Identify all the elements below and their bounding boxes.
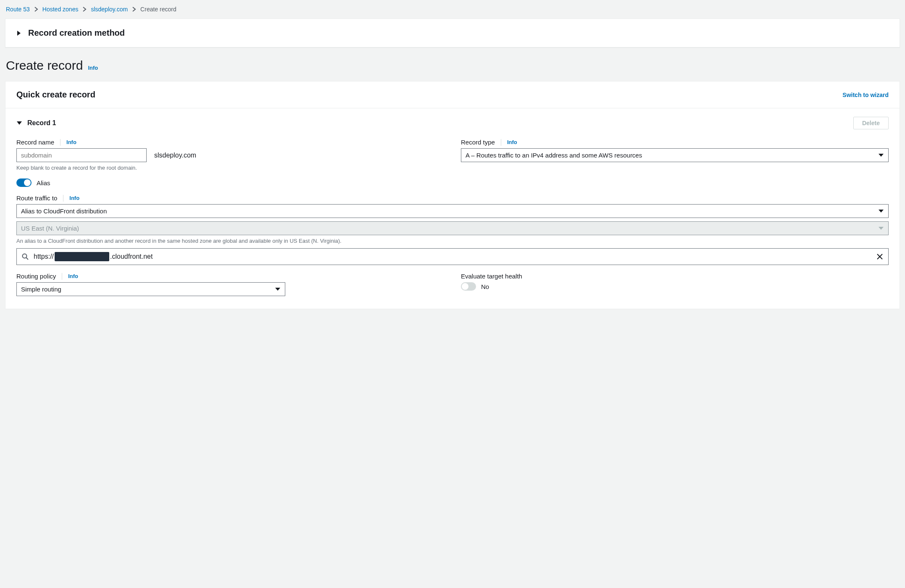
svg-point-0: [23, 254, 27, 258]
chevron-right-icon: [82, 7, 87, 12]
breadcrumb-domain[interactable]: slsdeploy.com: [91, 6, 128, 13]
page-title: Create record Info: [0, 58, 905, 73]
evaluate-health-value: No: [481, 283, 489, 290]
alias-target-select[interactable]: Alias to CloudFront distribution: [16, 204, 889, 218]
region-value: US East (N. Virginia): [21, 225, 79, 232]
record-name-suffix: slsdeploy.com: [154, 152, 196, 159]
chevron-down-icon: [878, 209, 884, 213]
record-type-label: Record type: [461, 139, 495, 146]
record-type-select[interactable]: A – Routes traffic to an IPv4 address an…: [461, 148, 889, 162]
search-prefix: https://: [34, 253, 54, 260]
record-type-field: Record type Info A – Routes traffic to a…: [461, 139, 889, 187]
record-name-label: Record name: [16, 139, 54, 146]
route-traffic-hint: An alias to a CloudFront distribution an…: [16, 238, 889, 244]
redacted-segment: [55, 252, 109, 261]
evaluate-health-label: Evaluate target health: [461, 273, 522, 280]
evaluate-health-toggle[interactable]: [461, 282, 476, 291]
record-name-info[interactable]: Info: [66, 139, 76, 145]
evaluate-health-field: Evaluate target health No: [461, 273, 889, 296]
region-select: US East (N. Virginia): [16, 221, 889, 235]
chevron-right-icon: [34, 7, 38, 12]
panel-title: Record creation method: [28, 28, 125, 38]
quick-create-card: Quick create record Switch to wizard Rec…: [5, 81, 900, 309]
chevron-down-icon: [878, 226, 884, 231]
record-heading: Record 1: [27, 119, 56, 127]
routing-policy-select[interactable]: Simple routing: [16, 282, 285, 296]
alias-label: Alias: [37, 179, 50, 186]
chevron-down-icon: [275, 287, 281, 291]
record-name-input[interactable]: [16, 148, 147, 162]
route-traffic-info[interactable]: Info: [69, 195, 79, 201]
record-type-value: A – Routes traffic to an IPv4 address an…: [466, 152, 642, 159]
divider: [60, 139, 61, 146]
breadcrumb-current: Create record: [140, 6, 176, 13]
distribution-search[interactable]: https://.cloudfront.net: [16, 248, 889, 265]
caret-right-icon: [16, 30, 21, 36]
alias-target-value: Alias to CloudFront distribution: [21, 207, 107, 215]
distribution-search-value: https://.cloudfront.net: [34, 252, 871, 261]
delete-record-button[interactable]: Delete: [853, 117, 889, 129]
page-title-text: Create record: [6, 58, 83, 73]
divider: [501, 139, 501, 146]
search-icon: [17, 249, 34, 265]
switch-to-wizard-link[interactable]: Switch to wizard: [842, 92, 889, 98]
record-type-info[interactable]: Info: [507, 139, 517, 145]
search-suffix: .cloudfront.net: [110, 253, 153, 260]
record-name-hint: Keep blank to create a record for the ro…: [16, 165, 444, 171]
caret-down-icon: [16, 121, 22, 126]
routing-policy-field: Routing policy Info Simple routing: [16, 273, 444, 296]
chevron-right-icon: [132, 7, 136, 12]
divider: [63, 195, 63, 202]
record-creation-method-toggle[interactable]: Record creation method: [5, 19, 900, 47]
record-collapse-toggle[interactable]: Record 1: [16, 119, 56, 127]
page-info-link[interactable]: Info: [88, 65, 98, 71]
card-header: Quick create record Switch to wizard: [5, 81, 900, 108]
svg-line-1: [26, 258, 29, 260]
record-creation-method-panel: Record creation method: [5, 18, 900, 47]
card-title: Quick create record: [16, 90, 95, 100]
breadcrumb-hosted-zones[interactable]: Hosted zones: [42, 6, 79, 13]
breadcrumb: Route 53 Hosted zones slsdeploy.com Crea…: [0, 0, 905, 18]
route-traffic-field: Route traffic to Info Alias to CloudFron…: [16, 194, 889, 265]
routing-policy-value: Simple routing: [21, 286, 61, 293]
alias-toggle[interactable]: [16, 178, 32, 187]
breadcrumb-route53[interactable]: Route 53: [6, 6, 30, 13]
route-traffic-label: Route traffic to: [16, 194, 57, 202]
record-name-field: Record name Info slsdeploy.com Keep blan…: [16, 139, 444, 187]
routing-policy-info[interactable]: Info: [68, 273, 78, 279]
routing-policy-label: Routing policy: [16, 273, 56, 280]
chevron-down-icon: [878, 153, 884, 158]
divider: [62, 273, 62, 280]
clear-search-button[interactable]: [871, 249, 888, 265]
